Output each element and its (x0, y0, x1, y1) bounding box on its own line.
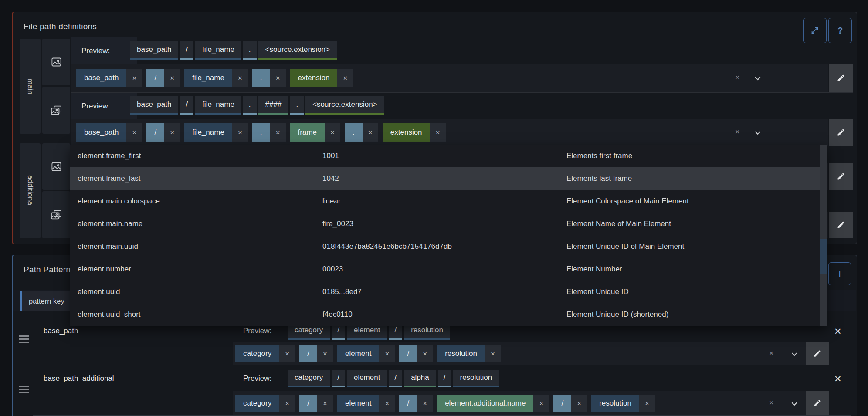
pencil-icon (813, 399, 821, 407)
expand-button[interactable] (803, 18, 827, 43)
token-chip[interactable]: element.additional.name✕ (437, 395, 549, 412)
remove-token-icon[interactable]: ✕ (126, 123, 142, 142)
remove-token-icon[interactable]: ✕ (164, 69, 180, 87)
preview-chip: file_name (195, 96, 241, 115)
pattern-card: base_path_additional Preview: category/e… (33, 366, 851, 416)
remove-token-icon[interactable]: ✕ (639, 395, 655, 412)
token-dropdown-row[interactable]: element.uuid0185...8ed7Element Unique ID (70, 281, 827, 303)
dropdown-scrollbar-thumb[interactable] (820, 239, 827, 274)
token-chip[interactable]: category✕ (235, 395, 295, 412)
token-chip[interactable]: .✕ (345, 123, 378, 142)
token-chip[interactable]: /✕ (553, 395, 587, 412)
token-chip[interactable]: .✕ (252, 123, 286, 142)
token-chip[interactable]: /✕ (399, 395, 433, 412)
token-dropdown-row[interactable]: element.frame_first1001Elements first fr… (70, 145, 827, 167)
remove-token-icon[interactable]: ✕ (417, 395, 433, 412)
token-dropdown: element.frame_first1001Elements first fr… (70, 145, 827, 326)
delete-pattern-icon[interactable]: ✕ (834, 374, 842, 383)
remove-token-icon[interactable]: ✕ (571, 395, 587, 412)
app-root: { "colors": { "blue": "#2b4055", "steel"… (0, 0, 868, 416)
token-dropdown-row[interactable]: element.number00023Element Number (70, 258, 827, 281)
edit-template-button[interactable] (829, 64, 853, 92)
remove-token-icon[interactable]: ✕ (337, 69, 353, 87)
edit-template-button[interactable] (829, 163, 853, 190)
token-dropdown-row[interactable]: element.main.colorspacelinearElement Col… (70, 190, 827, 213)
token-chip[interactable]: .✕ (252, 69, 286, 87)
help-button[interactable]: ? (828, 18, 852, 43)
token-dropdown-row[interactable]: element.uuid_shortf4ec0110Element Unique… (70, 303, 827, 326)
remove-token-icon[interactable]: ✕ (430, 123, 446, 142)
remove-token-icon[interactable]: ✕ (325, 123, 340, 142)
add-pattern-button[interactable]: + (828, 262, 851, 285)
remove-token-icon[interactable]: ✕ (270, 69, 286, 87)
remove-token-icon[interactable]: ✕ (232, 123, 248, 142)
section-label-text: main (26, 78, 34, 95)
token-chip[interactable]: /✕ (299, 345, 333, 362)
remove-token-icon[interactable]: ✕ (164, 123, 180, 142)
delete-pattern-icon[interactable]: ✕ (834, 327, 842, 336)
token-chip[interactable]: base_path✕ (76, 69, 142, 87)
remove-token-icon[interactable]: ✕ (379, 345, 395, 362)
drag-handle[interactable] (19, 335, 29, 343)
token-value: fire_0023 (322, 220, 566, 228)
dropdown-scrollbar[interactable] (820, 145, 827, 326)
chevron-down-icon[interactable] (754, 129, 762, 137)
remove-token-icon[interactable]: ✕ (317, 345, 333, 362)
clear-tokens-icon[interactable]: ✕ (735, 128, 740, 136)
token-chip[interactable]: /✕ (299, 395, 333, 412)
remove-token-icon[interactable]: ✕ (232, 69, 248, 87)
token-key: element.frame_first (78, 152, 322, 160)
token-chip[interactable]: file_name✕ (184, 69, 248, 87)
chevron-down-icon[interactable] (754, 74, 762, 82)
token-chip[interactable]: element✕ (337, 395, 395, 412)
remove-token-icon[interactable]: ✕ (363, 123, 378, 142)
chevron-down-icon[interactable] (790, 350, 798, 358)
clear-tokens-icon[interactable]: ✕ (735, 74, 740, 81)
token-dropdown-row[interactable]: element.main.uuid018f443e7ba82451e6bcb71… (70, 235, 827, 258)
remove-token-icon[interactable]: ✕ (485, 345, 501, 362)
token-chip[interactable]: /✕ (146, 69, 180, 87)
clear-tokens-icon[interactable]: ✕ (769, 399, 774, 407)
token-chip[interactable]: base_path✕ (76, 123, 142, 142)
token-description: Element Number (566, 265, 827, 274)
drag-handle[interactable] (19, 386, 29, 393)
token-key: element.number (78, 265, 322, 274)
edit-template-button[interactable] (806, 342, 829, 365)
token-chip[interactable]: /✕ (146, 123, 180, 142)
token-chip-label: category (235, 395, 279, 412)
token-chips: base_path✕/✕file_name✕.✕extension✕ (76, 69, 357, 87)
remove-token-icon[interactable]: ✕ (279, 395, 295, 412)
entry-type-cell (42, 143, 70, 190)
edit-template-button[interactable] (829, 212, 853, 238)
remove-token-icon[interactable]: ✕ (317, 395, 333, 412)
pencil-icon (837, 220, 845, 229)
token-dropdown-row[interactable]: element.frame_last1042Elements last fram… (70, 167, 827, 190)
token-chip[interactable]: element✕ (337, 345, 395, 362)
token-description: Element Unique ID (566, 287, 827, 296)
edit-template-button[interactable] (806, 391, 829, 415)
token-chip-label: resolution (437, 345, 485, 362)
preview-chip: . (243, 41, 257, 60)
token-chip[interactable]: resolution✕ (591, 395, 655, 412)
remove-token-icon[interactable]: ✕ (417, 345, 433, 362)
clear-tokens-icon[interactable]: ✕ (769, 349, 774, 357)
remove-token-icon[interactable]: ✕ (279, 345, 295, 362)
remove-token-icon[interactable]: ✕ (533, 395, 549, 412)
token-chip[interactable]: file_name✕ (184, 123, 248, 142)
edit-template-button[interactable] (829, 119, 853, 146)
preview-chip: / (438, 370, 451, 387)
chevron-down-icon[interactable] (790, 400, 798, 408)
token-dropdown-row[interactable]: element.main.namefire_0023Element Name o… (70, 213, 827, 235)
remove-token-icon[interactable]: ✕ (270, 123, 286, 142)
remove-token-icon[interactable]: ✕ (379, 395, 395, 412)
token-chip[interactable]: frame✕ (290, 123, 340, 142)
token-chip[interactable]: /✕ (399, 345, 433, 362)
remove-token-icon[interactable]: ✕ (126, 69, 142, 87)
token-chip[interactable]: category✕ (235, 345, 295, 362)
token-chip[interactable]: extension✕ (290, 69, 353, 87)
token-chip[interactable]: resolution✕ (437, 345, 501, 362)
preview-chip: element (347, 370, 387, 387)
preview-chip: resolution (453, 370, 499, 387)
token-chip[interactable]: extension✕ (383, 123, 446, 142)
preview-chip: #### (258, 96, 289, 115)
